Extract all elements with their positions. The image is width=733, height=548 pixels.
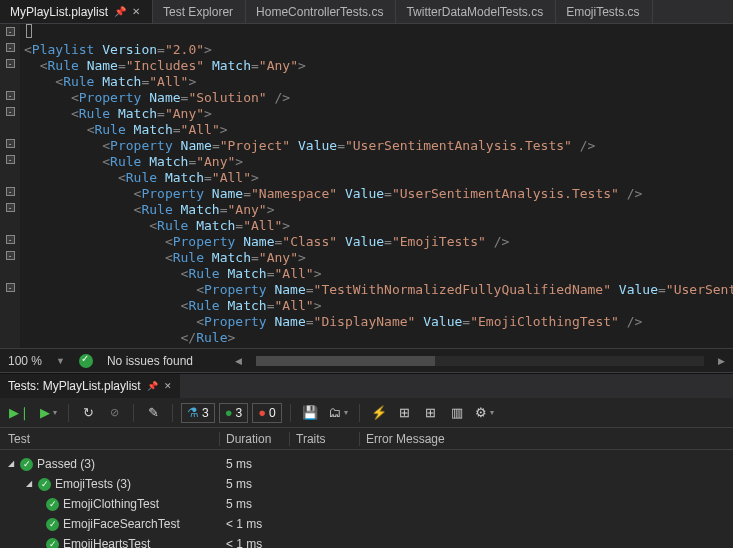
text-cursor [26, 24, 32, 38]
scroll-left-icon[interactable]: ◀ [235, 356, 242, 366]
editor-tabstrip: MyPlayList.playlist 📌 ✕ Test Explorer Ho… [0, 0, 733, 24]
expand-toggle[interactable] [24, 478, 34, 488]
tab-label: HomeControllerTests.cs [256, 5, 383, 19]
test-row[interactable]: EmojiFaceSearchTest < 1 ms [0, 514, 733, 534]
fold-toggle[interactable]: - [6, 187, 15, 196]
chevron-down-icon[interactable]: ▼ [56, 356, 65, 366]
fold-toggle[interactable]: - [6, 91, 15, 100]
flask-icon: ⚗ [187, 405, 199, 420]
check-icon [79, 354, 93, 368]
test-name: EmojiFaceSearchTest [63, 517, 180, 531]
test-duration: 5 ms [220, 477, 290, 491]
pass-icon [46, 538, 59, 549]
pass-icon [20, 458, 33, 471]
tab-label: MyPlayList.playlist [10, 5, 108, 19]
fold-toggle[interactable]: - [6, 107, 15, 116]
stop-button[interactable]: ⊘ [103, 402, 125, 424]
test-duration: 5 ms [220, 497, 290, 511]
check-circle-icon: ● [225, 405, 233, 420]
editor-pane: MyPlayList.playlist 📌 ✕ Test Explorer Ho… [0, 0, 733, 373]
test-panel-title: Tests: MyPlayList.playlist [8, 379, 141, 393]
fold-toggle[interactable]: - [6, 203, 15, 212]
fold-toggle[interactable]: - [6, 283, 15, 292]
header-error[interactable]: Error Message [360, 432, 733, 446]
columns-button[interactable]: ▥ [446, 402, 468, 424]
test-name: EmojiHeartsTest [63, 537, 150, 548]
fold-toggle[interactable]: - [6, 59, 15, 68]
test-group-row[interactable]: EmojiTests (3) 5 ms [0, 474, 733, 494]
test-name: EmojiClothingTest [63, 497, 159, 511]
live-testing-button[interactable]: ⚡ [368, 402, 390, 424]
tab-label: Test Explorer [163, 5, 233, 19]
passed-tests-badge[interactable]: ● 3 [219, 403, 249, 423]
fold-toggle[interactable]: - [6, 43, 15, 52]
test-panel-tab[interactable]: Tests: MyPlayList.playlist 📌 ✕ [0, 374, 180, 398]
pass-icon [46, 518, 59, 531]
outline-gutter: - - - - - - - - - - - - - - - - - [0, 24, 20, 348]
save-button[interactable]: 💾 [299, 402, 321, 424]
header-duration[interactable]: Duration [220, 432, 290, 446]
test-duration: 5 ms [220, 457, 290, 471]
test-row[interactable]: EmojiHeartsTest < 1 ms [0, 534, 733, 548]
pin-icon[interactable]: 📌 [147, 381, 158, 391]
tab-label: TwitterDataModelTests.cs [406, 5, 543, 19]
total-tests-badge[interactable]: ⚗ 3 [181, 403, 215, 423]
test-panel-tabstrip: Tests: MyPlayList.playlist 📌 ✕ [0, 374, 733, 398]
test-name: Passed (3) [37, 457, 95, 471]
fold-toggle[interactable]: - [6, 155, 15, 164]
test-duration: < 1 ms [220, 517, 290, 531]
editor-status-bar: 100 % ▼ No issues found ◀ ▶ [0, 348, 733, 372]
fold-toggle[interactable]: - [6, 235, 15, 244]
settings-button[interactable]: ⚙ ▾ [472, 402, 497, 424]
fold-toggle[interactable]: - [6, 139, 15, 148]
tab-test-explorer[interactable]: Test Explorer [153, 0, 246, 23]
header-traits[interactable]: Traits [290, 432, 360, 446]
zoom-level[interactable]: 100 % [8, 354, 42, 368]
issues-label: No issues found [107, 354, 193, 368]
tab-homecontrollertests[interactable]: HomeControllerTests.cs [246, 0, 396, 23]
expand-button[interactable]: ⊞ [420, 402, 442, 424]
scroll-right-icon[interactable]: ▶ [718, 356, 725, 366]
x-circle-icon: ● [258, 405, 266, 420]
run-all-button[interactable]: ▶❘ [6, 402, 33, 424]
group-by-button[interactable]: ⊞ [394, 402, 416, 424]
fold-toggle[interactable]: - [6, 27, 15, 36]
test-duration: < 1 ms [220, 537, 290, 548]
fold-toggle[interactable]: - [6, 251, 15, 260]
playlist-button[interactable]: 🗂 ▾ [325, 402, 351, 424]
test-explorer-pane: Tests: MyPlayList.playlist 📌 ✕ ▶❘ ▶ ▾ ↻ … [0, 373, 733, 548]
test-column-headers: Test Duration Traits Error Message [0, 428, 733, 450]
header-test[interactable]: Test [0, 432, 220, 446]
tab-emojitests[interactable]: EmojiTests.cs [556, 0, 652, 23]
test-toolbar: ▶❘ ▶ ▾ ↻ ⊘ ✎ ⚗ 3 ● 3 ● 0 💾 🗂 ▾ ⚡ ⊞ ⊞ ▥ ⚙… [0, 398, 733, 428]
edit-button[interactable]: ✎ [142, 402, 164, 424]
run-button[interactable]: ▶ ▾ [37, 402, 60, 424]
close-icon[interactable]: ✕ [132, 6, 140, 17]
test-tree: Passed (3) 5 ms EmojiTests (3) 5 ms Emoj… [0, 450, 733, 548]
horizontal-scrollbar[interactable] [256, 356, 704, 366]
code-area: - - - - - - - - - - - - - - - - - <Playl… [0, 24, 733, 348]
test-row[interactable]: EmojiClothingTest 5 ms [0, 494, 733, 514]
tab-myplaylist[interactable]: MyPlayList.playlist 📌 ✕ [0, 0, 153, 23]
code-editor[interactable]: <Playlist Version="2.0"> <Rule Name="Inc… [20, 24, 733, 348]
pin-icon[interactable]: 📌 [114, 6, 126, 17]
tab-twitterdatamodeltests[interactable]: TwitterDataModelTests.cs [396, 0, 556, 23]
failed-tests-badge[interactable]: ● 0 [252, 403, 282, 423]
repeat-button[interactable]: ↻ [77, 402, 99, 424]
pass-icon [38, 478, 51, 491]
test-name: EmojiTests (3) [55, 477, 131, 491]
tab-label: EmojiTests.cs [566, 5, 639, 19]
test-group-row[interactable]: Passed (3) 5 ms [0, 454, 733, 474]
expand-toggle[interactable] [6, 458, 16, 468]
close-icon[interactable]: ✕ [164, 381, 172, 391]
pass-icon [46, 498, 59, 511]
